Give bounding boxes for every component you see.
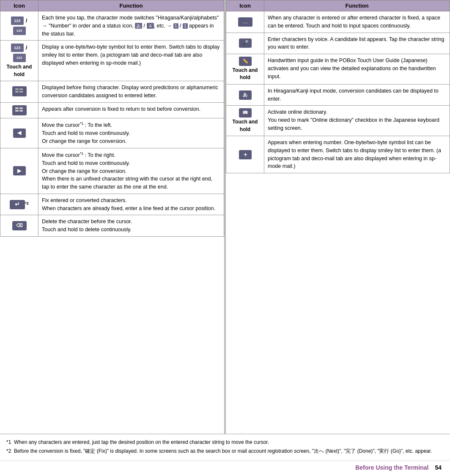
icon-cell-2: 123 / 123 Touch and hold: [0, 41, 38, 81]
num-icon-1: 123: [11, 16, 24, 25]
icon-cell-r1: ___: [226, 11, 264, 33]
func-cell-r1: When any character is entered or after e…: [264, 11, 450, 33]
dict-icon: 📖: [239, 108, 252, 118]
func-cell-5: Move the cursor*1 : To the left.Touch an…: [38, 118, 224, 148]
table-row: ▶ Move the cursor*1 : To the right.Touch…: [0, 148, 224, 194]
grid2-icon: [12, 105, 27, 115]
slash-1: /: [26, 17, 27, 25]
svg-rect-1: [19, 88, 23, 90]
icon-cell-r4: あ: [226, 84, 264, 106]
func-cell-6: Move the cursor*1 : To the right.Touch a…: [38, 148, 224, 194]
arrow-left-icon: ◀: [13, 129, 26, 138]
left-header-function: Function: [38, 0, 224, 11]
func-cell-2: Display a one-byte/two-byte symbol list …: [38, 41, 224, 81]
table-row: ＋ Appears when entering number. One-byte…: [226, 136, 450, 173]
mic-icon: 🎤: [239, 38, 252, 48]
icon-cell-r5: 📖 Touch and hold: [226, 106, 264, 136]
footnote-2: *2 Before the conversion is fixed, "確定 (…: [6, 447, 444, 455]
arrow-right-icon: ▶: [13, 166, 26, 175]
table-row: 123 / 123 Touch and hold Display a one-b…: [0, 41, 224, 81]
right-table: Icon Function ___ When any character is …: [226, 0, 450, 434]
icon-cell-5: ◀: [0, 118, 38, 148]
left-table: Icon Function 123 / 123: [0, 0, 224, 434]
icon-cell-6: ▶: [0, 148, 38, 194]
func-cell-8: Delete the character before the cursor.T…: [38, 215, 224, 237]
enter-icon: ↵: [10, 200, 25, 209]
table-row: ⌫ Delete the character before the cursor…: [0, 215, 224, 237]
func-cell-1: Each time you tap, the character mode sw…: [38, 11, 224, 41]
table-row: 123 / 123 Each time you tap, the charact…: [0, 11, 224, 41]
num-icon-4: 123: [13, 54, 26, 62]
handwrite-icon: ✏️: [239, 57, 252, 66]
num-icon-2: 123: [13, 27, 26, 35]
hiragana-icon: あ: [239, 90, 252, 100]
tables-row: Icon Function 123 / 123: [0, 0, 450, 434]
icon-cell-3: [0, 81, 38, 103]
svg-rect-5: [19, 107, 23, 109]
grid-icon: [12, 86, 27, 96]
right-header-icon: Icon: [226, 0, 264, 11]
plus-icon: ＋: [239, 150, 252, 159]
table-row: 📖 Touch and hold Activate online diction…: [226, 106, 450, 136]
touch-hold-label-3: Touch and hold: [230, 118, 261, 133]
func-cell-r2: Enter characters by voice. A candidate l…: [264, 33, 450, 54]
page-wrapper: Icon Function 123 / 123: [0, 0, 450, 476]
table-row: Appears after conversion is fixed to ret…: [0, 102, 224, 118]
left-header-icon: Icon: [0, 0, 38, 11]
footer-title: Before Using the Terminal: [355, 464, 428, 471]
svg-rect-0: [15, 88, 19, 90]
svg-rect-6: [15, 110, 19, 112]
table-row: Displayed before fixing character. Displ…: [0, 81, 224, 103]
table-row: ◀ Move the cursor*1 : To the left.Touch …: [0, 118, 224, 148]
table-row: ✏️ Touch and hold Handwritten input guid…: [226, 54, 450, 85]
func-cell-r3: Handwritten input guide in the POBox Tou…: [264, 54, 450, 85]
func-cell-7: Fix entered or converted characters.When…: [38, 194, 224, 215]
func-cell-3: Displayed before fixing character. Displ…: [38, 81, 224, 103]
svg-rect-3: [19, 91, 23, 93]
icon-cell-1: 123 / 123: [0, 11, 38, 41]
icon-cell-r2: 🎤: [226, 33, 264, 54]
delete-icon: ⌫: [12, 221, 27, 230]
func-cell-r5: Activate online dictionary.You need to m…: [264, 106, 450, 136]
svg-rect-4: [15, 107, 19, 109]
right-header-function: Function: [264, 0, 450, 11]
num-icon-3: 123: [11, 44, 24, 52]
func-cell-r6: Appears when entering number. One-byte/t…: [264, 136, 450, 173]
icon-cell-r6: ＋: [226, 136, 264, 173]
footer-bar: Before Using the Terminal 54: [0, 460, 450, 476]
footnote-1: *1 When any characters are entered, just…: [6, 438, 444, 446]
icon-cell-7: ↵*2: [0, 194, 38, 215]
touch-hold-label-2: Touch and hold: [230, 67, 261, 82]
table-row: あ In Hiragana/Kanji input mode, conversi…: [226, 84, 450, 106]
space-icon: ___: [238, 17, 252, 27]
footnote-section: *1 When any characters are entered, just…: [0, 434, 450, 460]
icon-cell-4: [0, 102, 38, 118]
func-cell-r4: In Hiragana/Kanji input mode, conversion…: [264, 84, 450, 106]
icon-cell-r3: ✏️ Touch and hold: [226, 54, 264, 85]
table-row: 🎤 Enter characters by voice. A candidate…: [226, 33, 450, 54]
footer-page: 54: [435, 464, 442, 471]
touch-hold-label-1: Touch and hold: [4, 63, 35, 78]
icon-cell-8: ⌫: [0, 215, 38, 237]
table-row: ↵*2 Fix entered or converted characters.…: [0, 194, 224, 215]
table-row: ___ When any character is entered or aft…: [226, 11, 450, 33]
svg-rect-7: [19, 110, 23, 112]
func-cell-4: Appears after conversion is fixed to ret…: [38, 102, 224, 118]
svg-rect-2: [15, 91, 19, 93]
